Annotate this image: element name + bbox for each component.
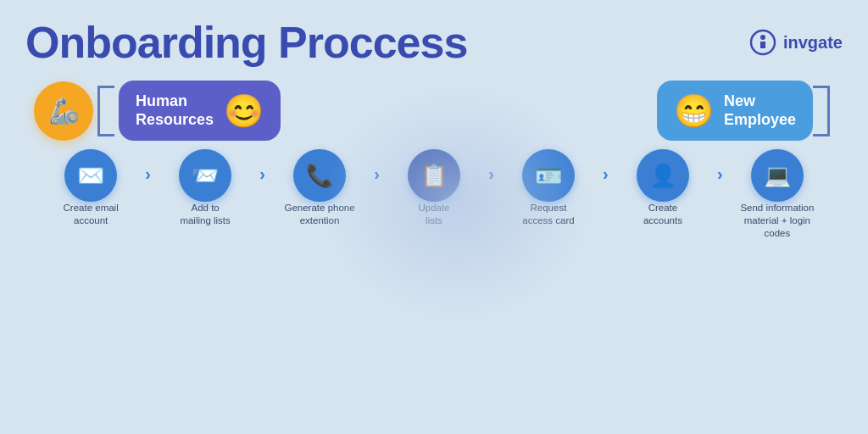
- page-title: Onboarding Proccess: [25, 17, 467, 68]
- step-6-label: Createaccounts: [643, 202, 682, 227]
- step-6-circle: 👤: [637, 149, 689, 202]
- step-1-circle: ✉️: [64, 149, 117, 202]
- new-employee-emoji: 😁: [674, 95, 714, 127]
- cards-row: 🦾 HumanResources 😊 😁 NewEmployee: [34, 81, 834, 141]
- arrow-5: ›: [603, 164, 609, 184]
- hr-card: HumanResources 😊: [119, 81, 281, 141]
- arrow-1: ›: [145, 164, 151, 184]
- bracket-right: [813, 86, 830, 136]
- main-container: Onboarding Proccess invgate 🦾 HumanResou…: [0, 0, 868, 434]
- step-2-label: Add tomailing lists: [180, 202, 230, 227]
- step-7-icon: 💻: [764, 163, 791, 189]
- arrow-2: ›: [259, 164, 265, 184]
- arrow-6: ›: [717, 164, 723, 184]
- step-2: 📨 Add tomailing lists: [153, 149, 258, 227]
- step-7-circle: 💻: [751, 149, 804, 202]
- svg-point-1: [760, 35, 765, 40]
- new-employee-label: NewEmployee: [724, 92, 796, 129]
- brand-name: invgate: [783, 33, 843, 53]
- brand-logo: invgate: [749, 29, 843, 56]
- brand-icon: [749, 29, 776, 56]
- step-2-circle: 📨: [179, 149, 231, 202]
- step-7-label: Send informationmaterial + logincodes: [740, 202, 814, 240]
- bracket-left: [97, 86, 114, 136]
- step-1: ✉️ Create emailaccount: [38, 149, 143, 227]
- header: Onboarding Proccess invgate: [25, 17, 843, 68]
- hr-card-label: HumanResources: [136, 92, 214, 129]
- hr-emoji: 😊: [224, 95, 264, 127]
- step-6: 👤 Createaccounts: [610, 149, 715, 227]
- robot-emoji: 🦾: [48, 96, 80, 125]
- new-employee-card: 😁 NewEmployee: [657, 81, 813, 141]
- robot-icon: 🦾: [34, 81, 93, 141]
- step-7: 💻 Send informationmaterial + logincodes: [725, 149, 830, 240]
- step-6-icon: 👤: [649, 163, 676, 189]
- step-2-icon: 📨: [192, 163, 219, 189]
- step-1-icon: ✉️: [77, 163, 104, 189]
- step-1-label: Create emailaccount: [64, 202, 119, 227]
